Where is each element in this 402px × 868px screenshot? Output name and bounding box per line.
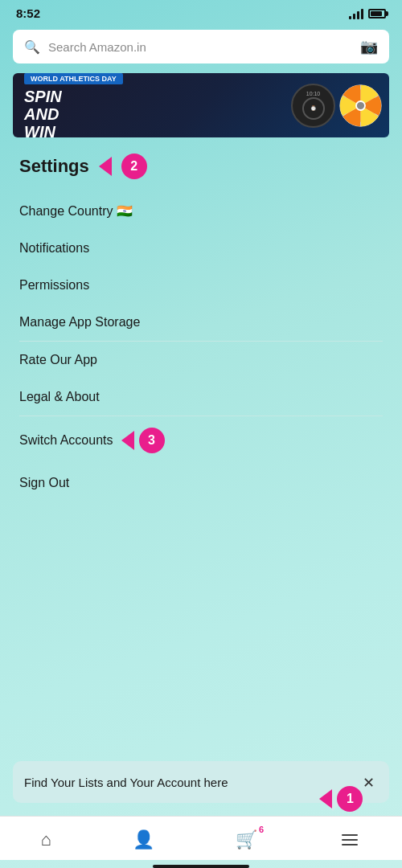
status-icons (349, 8, 386, 19)
menu-item-legal-about[interactable]: Legal & About (19, 379, 383, 416)
camera-icon[interactable]: 📷 (360, 38, 378, 55)
cart-badge: 6 (259, 825, 264, 834)
signal-icon (349, 8, 363, 19)
account-icon: 👤 (133, 829, 154, 850)
nav-account[interactable]: 👤 (123, 826, 164, 854)
menu-item-rate-our-app[interactable]: Rate Our App (19, 341, 383, 379)
banner-badge: WORLD ATHLETICS DAY (24, 73, 123, 84)
search-icon: 🔍 (24, 39, 40, 55)
hamburger-icon (338, 831, 361, 849)
menu-item-switch-accounts[interactable]: Switch Accounts 3 (19, 416, 383, 465)
step1-container: 1 (319, 786, 363, 812)
tooltip-text: Find Your Lists and Your Account here (24, 774, 359, 791)
step1-arrow (319, 789, 332, 809)
step2-badge: 2 (121, 154, 147, 179)
battery-icon (368, 9, 386, 18)
search-bar[interactable]: 🔍 Search Amazon.in 📷 (13, 30, 389, 63)
settings-header: Settings 2 (19, 154, 383, 179)
menu-item-sign-out[interactable]: Sign Out (19, 465, 383, 502)
svg-point-1 (356, 101, 365, 110)
cart-icon: 🛒 (236, 829, 257, 850)
bottom-nav: ⌂ 👤 6 🛒 1 (0, 816, 402, 860)
home-icon: ⌂ (41, 829, 51, 850)
step3-badge: 3 (139, 428, 165, 453)
banner-title: SPIN AND WIN (24, 88, 280, 137)
banner-content: WORLD ATHLETICS DAY SPIN AND WIN (13, 73, 291, 137)
settings-section: Settings 2 Change Country 🇮🇳 Notificatio… (0, 154, 402, 748)
watch-image: 10:10 ⌚ (291, 84, 335, 128)
search-placeholder: Search Amazon.in (48, 40, 352, 54)
menu-item-manage-app-storage[interactable]: Manage App Storage (19, 304, 383, 341)
settings-title: Settings (19, 156, 89, 177)
banner-images: 10:10 ⌚ (291, 84, 389, 128)
nav-cart[interactable]: 6 🛒 (226, 826, 267, 854)
menu-item-permissions[interactable]: Permissions (19, 267, 383, 304)
menu-item-notifications[interactable]: Notifications (19, 230, 383, 267)
menu-item-change-country[interactable]: Change Country 🇮🇳 (19, 192, 383, 230)
nav-home[interactable]: ⌂ (31, 826, 61, 854)
wheel-image (338, 84, 383, 128)
menu-list: Change Country 🇮🇳 Notifications Permissi… (19, 192, 383, 502)
step1-badge: 1 (337, 786, 363, 812)
step3-arrow (121, 431, 134, 450)
status-bar: 8:52 (0, 0, 402, 23)
promo-banner[interactable]: WORLD ATHLETICS DAY SPIN AND WIN 10:10 ⌚ (13, 73, 389, 137)
home-indicator (153, 865, 249, 868)
step2-arrow (99, 157, 112, 176)
nav-menu[interactable]: 1 (329, 828, 371, 852)
status-time: 8:52 (16, 6, 40, 20)
